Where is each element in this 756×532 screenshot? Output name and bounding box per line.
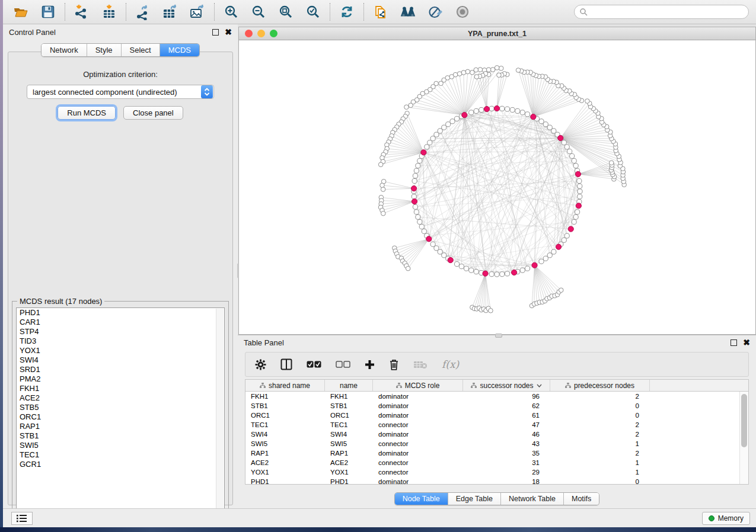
unselect-all-columns-icon[interactable] xyxy=(336,361,350,368)
mcds-dominator-node[interactable] xyxy=(556,244,561,249)
network-leaf-node[interactable] xyxy=(585,99,590,104)
mcds-result-item[interactable]: SWI5 xyxy=(17,441,224,450)
network-node[interactable] xyxy=(510,107,515,112)
mcds-result-item[interactable]: TID3 xyxy=(17,336,224,346)
window-close-icon[interactable] xyxy=(245,30,253,37)
network-node[interactable] xyxy=(572,158,576,163)
mcds-dominator-node[interactable] xyxy=(568,226,573,232)
optimization-criterion-select[interactable]: largest connected component (undirected) xyxy=(27,85,214,99)
refresh-icon[interactable] xyxy=(339,4,355,20)
network-node[interactable] xyxy=(562,140,566,145)
network-node[interactable] xyxy=(469,110,474,115)
table-row[interactable]: ORC1ORC1dominator610 xyxy=(245,411,739,420)
network-leaf-node[interactable] xyxy=(489,309,493,313)
network-node[interactable] xyxy=(417,219,422,224)
network-window-titlebar[interactable]: YPA_prune.txt_1 xyxy=(239,27,755,40)
network-node[interactable] xyxy=(551,249,556,254)
column-header-predecessor-nodes[interactable]: predecessor nodes xyxy=(550,380,650,391)
network-node[interactable] xyxy=(525,266,529,271)
network-node[interactable] xyxy=(442,125,446,130)
network-node[interactable] xyxy=(577,178,582,183)
network-node[interactable] xyxy=(562,238,566,242)
mcds-dominator-node[interactable] xyxy=(421,150,426,155)
network-node[interactable] xyxy=(570,153,575,158)
table-row[interactable]: TEC1TEC1connector472 xyxy=(245,420,739,430)
table-scrollbar[interactable] xyxy=(739,392,748,484)
mcds-result-item[interactable]: ACE2 xyxy=(17,393,224,403)
network-node[interactable] xyxy=(489,106,494,111)
network-node[interactable] xyxy=(442,253,446,258)
network-node[interactable] xyxy=(474,270,479,274)
tab-mcds[interactable]: MCDS xyxy=(160,44,199,56)
mcds-result-item[interactable]: SWI4 xyxy=(17,355,224,365)
network-leaf-node[interactable] xyxy=(499,66,503,70)
network-node[interactable] xyxy=(505,271,509,276)
network-node[interactable] xyxy=(479,107,484,112)
network-node[interactable] xyxy=(430,136,435,141)
column-header-name[interactable]: name xyxy=(325,380,373,391)
window-minimize-icon[interactable] xyxy=(257,30,265,37)
column-header-MCDS-role[interactable]: MCDS role xyxy=(373,380,463,391)
close-panel-button[interactable]: Close panel xyxy=(123,106,183,120)
network-node[interactable] xyxy=(419,225,424,229)
network-leaf-node[interactable] xyxy=(406,266,410,271)
zoom-fit-icon[interactable] xyxy=(277,4,294,20)
network-leaf-node[interactable] xyxy=(381,211,386,216)
network-leaf-node[interactable] xyxy=(559,288,563,293)
network-node[interactable] xyxy=(578,184,582,188)
network-node[interactable] xyxy=(412,194,416,199)
mcds-result-item[interactable]: STP4 xyxy=(17,327,224,336)
network-leaf-node[interactable] xyxy=(465,69,470,74)
mcds-list-scrollbar[interactable] xyxy=(216,309,224,516)
network-node[interactable] xyxy=(428,140,432,145)
mcds-dominator-node[interactable] xyxy=(575,171,580,177)
tab-network[interactable]: Network xyxy=(42,44,87,56)
network-node[interactable] xyxy=(414,210,419,214)
mcds-dominator-node[interactable] xyxy=(531,114,536,120)
network-node[interactable] xyxy=(500,106,505,111)
network-node[interactable] xyxy=(422,229,426,233)
close-panel-icon[interactable]: ✖ xyxy=(225,29,232,36)
delete-columns-icon[interactable] xyxy=(389,358,399,370)
network-node[interactable] xyxy=(425,145,429,149)
network-node[interactable] xyxy=(459,264,464,269)
network-leaf-node[interactable] xyxy=(439,81,444,86)
network-node[interactable] xyxy=(515,108,520,113)
search-input[interactable] xyxy=(591,8,744,16)
network-node[interactable] xyxy=(412,178,417,183)
network-node[interactable] xyxy=(520,110,525,115)
network-leaf-node[interactable] xyxy=(478,68,483,72)
zoom-out-icon[interactable] xyxy=(250,4,267,20)
tab-motifs[interactable]: Motifs xyxy=(564,493,599,505)
mcds-dominator-node[interactable] xyxy=(412,198,417,204)
task-history-button[interactable] xyxy=(11,512,33,525)
network-leaf-node[interactable] xyxy=(497,73,502,78)
table-row[interactable]: FKH1FKH1dominator962 xyxy=(245,392,739,401)
network-node[interactable] xyxy=(413,174,417,178)
save-session-icon[interactable] xyxy=(40,4,56,20)
network-leaf-node[interactable] xyxy=(486,68,491,72)
network-node[interactable] xyxy=(547,253,552,258)
network-leaf-node[interactable] xyxy=(378,162,383,167)
network-node[interactable] xyxy=(539,119,544,124)
birdseye-icon[interactable] xyxy=(454,4,471,20)
mcds-result-item[interactable]: PHD1 xyxy=(17,308,224,318)
network-node[interactable] xyxy=(547,125,552,130)
network-leaf-node[interactable] xyxy=(470,70,475,75)
mcds-dominator-node[interactable] xyxy=(494,105,499,111)
binoculars-icon[interactable] xyxy=(400,4,416,20)
network-node[interactable] xyxy=(573,164,578,168)
mcds-result-item[interactable]: ORC1 xyxy=(17,412,224,422)
clone-network-icon[interactable] xyxy=(372,4,389,20)
create-column-icon[interactable] xyxy=(365,360,375,370)
network-node[interactable] xyxy=(474,108,479,113)
mcds-result-item[interactable]: CAR1 xyxy=(17,318,224,327)
network-leaf-node[interactable] xyxy=(516,68,521,73)
network-node[interactable] xyxy=(573,214,578,219)
run-mcds-button[interactable]: Run MCDS xyxy=(58,106,116,120)
table-row[interactable]: RAP1RAP1dominator352 xyxy=(245,448,739,458)
network-leaf-node[interactable] xyxy=(409,103,413,108)
network-node[interactable] xyxy=(489,272,494,277)
network-leaf-node[interactable] xyxy=(495,66,499,70)
network-node[interactable] xyxy=(520,268,525,273)
